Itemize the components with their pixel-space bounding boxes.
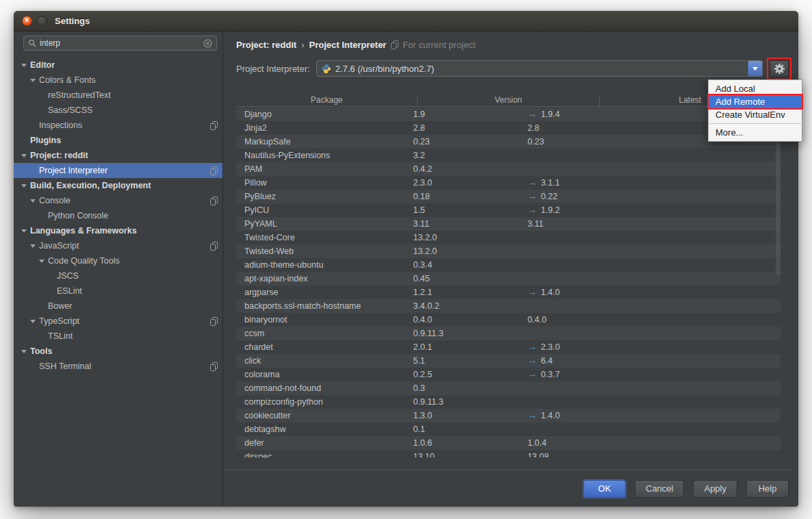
table-row[interactable]: PAM0.4.2 bbox=[236, 162, 781, 176]
table-row[interactable]: Twisted-Web13.2.0 bbox=[236, 244, 781, 258]
package-version: 0.4.2 bbox=[405, 162, 519, 176]
package-name: chardet bbox=[236, 340, 405, 354]
sidebar-item-python-console[interactable]: Python Console bbox=[14, 208, 223, 223]
sidebar-item-languages-frameworks[interactable]: Languages & Frameworks bbox=[14, 223, 223, 238]
table-row[interactable]: Jinja22.82.8 bbox=[236, 121, 781, 135]
sidebar-item-tools[interactable]: Tools bbox=[14, 344, 223, 359]
sidebar-item-project-interpreter[interactable]: Project Interpreter bbox=[14, 163, 223, 178]
table-row[interactable]: apt-xapian-index0.45 bbox=[236, 272, 781, 286]
column-header-version[interactable]: Version bbox=[417, 94, 598, 106]
sidebar-item-label: Code Quality Tools bbox=[48, 256, 120, 266]
package-latest: 1.4.0 bbox=[519, 286, 781, 299]
sidebar-item-javascript[interactable]: JavaScript bbox=[14, 238, 223, 253]
menu-item-add-remote[interactable]: Add Remote bbox=[709, 95, 802, 108]
expander-icon[interactable] bbox=[30, 199, 36, 203]
close-button[interactable] bbox=[22, 16, 32, 26]
table-row[interactable]: Twisted-Core13.2.0 bbox=[236, 231, 781, 244]
upgrade-arrow-icon bbox=[527, 205, 537, 215]
table-row[interactable]: binaryornot0.4.00.4.0 bbox=[236, 313, 781, 327]
titlebar[interactable]: Settings bbox=[14, 11, 798, 31]
sidebar-item-code-quality-tools[interactable]: Code Quality Tools bbox=[14, 253, 223, 268]
table-row[interactable]: colorama0.2.50.3.7 bbox=[236, 368, 781, 381]
clear-search-icon[interactable] bbox=[203, 39, 212, 48]
package-version: 1.9 bbox=[405, 107, 519, 121]
table-row[interactable]: Pillow2.3.03.1.1 bbox=[236, 176, 781, 190]
table-row[interactable]: Django1.91.9.4 bbox=[236, 107, 781, 121]
ok-button[interactable]: OK bbox=[583, 480, 626, 498]
menu-item-add-local[interactable]: Add Local bbox=[709, 82, 802, 95]
table-row[interactable]: PyYAML3.113.11 bbox=[236, 217, 781, 231]
sidebar-item-build-execution-deployment[interactable]: Build, Execution, Deployment bbox=[14, 178, 223, 193]
help-button[interactable]: Help bbox=[746, 480, 789, 498]
expander-icon[interactable] bbox=[30, 244, 36, 248]
sidebar-item-restructuredtext[interactable]: reStructuredText bbox=[14, 88, 223, 103]
table-row[interactable]: dirspec13.1013.08 bbox=[236, 450, 781, 457]
expander-icon[interactable] bbox=[21, 64, 27, 67]
sidebar-item-label: Bower bbox=[48, 301, 72, 311]
sidebar-item-colors-fonts[interactable]: Colors & Fonts bbox=[14, 73, 223, 88]
table-row[interactable]: defer1.0.61.0.4 bbox=[236, 436, 781, 450]
sidebar-item-sass-scss[interactable]: Sass/SCSS bbox=[14, 103, 223, 118]
menu-item-create-virtualenv[interactable]: Create VirtualEnv bbox=[709, 108, 802, 121]
expander-icon[interactable] bbox=[21, 184, 27, 188]
sidebar-item-project-reddit[interactable]: Project: reddit bbox=[14, 148, 223, 163]
sidebar-item-label: TSLint bbox=[48, 331, 73, 341]
upgrade-arrow-icon bbox=[527, 355, 537, 366]
package-version: 13.2.0 bbox=[405, 231, 519, 244]
expander-icon[interactable] bbox=[30, 320, 36, 323]
package-version: 13.2.0 bbox=[405, 244, 519, 258]
package-name: colorama bbox=[236, 368, 405, 381]
expander-icon[interactable] bbox=[30, 79, 36, 82]
table-row[interactable]: cookiecutter1.3.01.4.0 bbox=[236, 409, 781, 422]
gear-button[interactable] bbox=[770, 60, 789, 77]
search-input[interactable]: interp bbox=[23, 36, 217, 51]
interpreter-combobox[interactable]: 2.7.6 (/usr/bin/python2.7) bbox=[316, 60, 763, 77]
table-row[interactable]: compizconfig-python0.9.11.3 bbox=[236, 395, 781, 409]
column-header-package[interactable]: Package bbox=[236, 94, 417, 106]
sidebar-item-editor[interactable]: Editor bbox=[14, 58, 223, 73]
table-row[interactable]: click5.16.4 bbox=[236, 354, 781, 368]
table-row[interactable]: backports.ssl-match-hostname3.4.0.2 bbox=[236, 299, 781, 313]
table-row[interactable]: debtagshw0.1 bbox=[236, 422, 781, 436]
sidebar-item-typescript[interactable]: TypeScript bbox=[14, 314, 223, 329]
table-row[interactable]: MarkupSafe0.230.23 bbox=[236, 135, 781, 149]
package-version: 1.5 bbox=[405, 203, 519, 217]
package-version: 0.9.11.3 bbox=[405, 395, 519, 409]
sidebar-item-label: TypeScript bbox=[39, 316, 79, 326]
table-row[interactable]: command-not-found0.3 bbox=[236, 381, 781, 395]
table-row[interactable]: ccsm0.9.11.3 bbox=[236, 327, 781, 340]
for-current-project-note: For current project bbox=[391, 40, 475, 50]
table-row[interactable]: PyBluez0.180.22 bbox=[236, 190, 781, 203]
sidebar-item-eslint[interactable]: ESLint bbox=[14, 283, 223, 299]
sidebar-item-ssh-terminal[interactable]: SSH Terminal bbox=[14, 359, 223, 374]
table-row[interactable]: PyICU1.51.9.2 bbox=[236, 203, 781, 217]
package-name: defer bbox=[236, 436, 405, 450]
gear-icon bbox=[774, 64, 785, 74]
sidebar-item-bower[interactable]: Bower bbox=[14, 299, 223, 314]
sidebar-item-plugins[interactable]: Plugins bbox=[14, 133, 223, 148]
expander-icon[interactable] bbox=[39, 260, 45, 263]
sidebar-item-tslint[interactable]: TSLint bbox=[14, 329, 223, 344]
sidebar-item-inspections[interactable]: Inspections bbox=[14, 118, 223, 133]
package-version: 0.3 bbox=[405, 381, 519, 395]
page-icon bbox=[210, 242, 218, 251]
expander-icon[interactable] bbox=[21, 350, 27, 353]
cancel-button[interactable]: Cancel bbox=[635, 480, 684, 498]
gear-menu: Add LocalAdd RemoteCreate VirtualEnvMore… bbox=[708, 79, 802, 142]
minimize-button[interactable] bbox=[37, 16, 47, 26]
sidebar-item-jscs[interactable]: JSCS bbox=[14, 268, 223, 283]
expander-icon[interactable] bbox=[21, 229, 27, 233]
sidebar-item-console[interactable]: Console bbox=[14, 193, 223, 208]
combobox-dropdown-button[interactable] bbox=[748, 61, 762, 76]
table-row[interactable]: adium-theme-ubuntu0.3.4 bbox=[236, 258, 781, 272]
package-version: 1.0.6 bbox=[405, 436, 519, 450]
menu-item-more[interactable]: More... bbox=[709, 126, 802, 139]
table-row[interactable]: chardet2.0.12.3.0 bbox=[236, 340, 781, 354]
sidebar-item-label: Plugins bbox=[30, 136, 61, 145]
table-row[interactable]: Nautilus-PyExtensions3.2 bbox=[236, 149, 781, 162]
table-row[interactable]: argparse1.2.11.4.0 bbox=[236, 286, 781, 299]
expander-icon[interactable] bbox=[21, 154, 27, 157]
apply-button[interactable]: Apply bbox=[693, 480, 737, 498]
package-version: 0.9.11.3 bbox=[405, 327, 519, 340]
breadcrumb-project[interactable]: Project: reddit bbox=[236, 40, 296, 50]
